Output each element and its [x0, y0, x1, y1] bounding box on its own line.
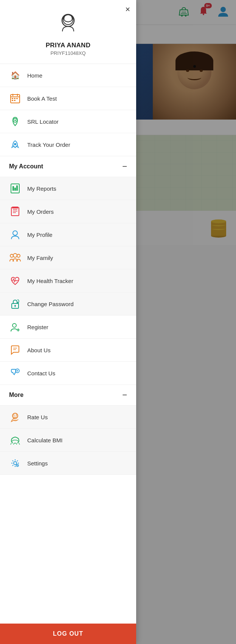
svg-point-79 — [16, 420, 17, 420]
my-account-section-header[interactable]: My Account − — [0, 156, 136, 177]
bmi-svg-icon — [10, 435, 20, 445]
svg-point-76 — [16, 415, 17, 416]
health-tracker-icon — [9, 275, 21, 287]
nav-health-tracker-label: My Health Tracker — [27, 278, 73, 284]
svg-rect-43 — [14, 98, 16, 99]
svg-point-74 — [12, 413, 18, 418]
nav-about-us-label: About Us — [27, 347, 51, 353]
nav-item-rate-us[interactable]: Rate Us — [0, 406, 136, 429]
more-section-header[interactable]: More − — [0, 385, 136, 406]
svg-point-64 — [14, 305, 16, 306]
svg-point-66 — [12, 324, 16, 327]
rocket-svg-icon — [10, 139, 20, 150]
family-svg-icon — [9, 252, 21, 263]
nav-rate-us-label: Rate Us — [27, 414, 48, 420]
svg-point-78 — [15, 420, 16, 420]
settings-svg-icon — [10, 458, 20, 468]
nav-item-my-family[interactable]: My Family — [0, 246, 136, 269]
svg-point-82 — [14, 462, 17, 465]
nav-list: 🏠 Home Book A Test — [0, 64, 136, 624]
nav-contact-us-label: Contact Us — [27, 370, 55, 376]
nav-track-order-label: Track Your Order — [27, 142, 70, 148]
nav-item-my-profile[interactable]: My Profile — [0, 223, 136, 246]
user-id: PRIYF11048XQ — [9, 50, 127, 56]
nav-item-contact-us[interactable]: Contact Us — [0, 362, 136, 385]
svg-point-75 — [14, 415, 15, 416]
track-icon — [9, 138, 21, 151]
orders-svg-icon — [10, 206, 20, 217]
svg-rect-54 — [11, 207, 19, 216]
more-label: More — [9, 392, 23, 398]
bmi-icon — [9, 434, 21, 446]
nav-item-about-us[interactable]: About Us — [0, 339, 136, 362]
nav-register-label: Register — [27, 324, 48, 330]
user-avatar-svg — [55, 11, 81, 37]
my-account-label: My Account — [9, 163, 43, 170]
nav-change-password-label: Change Password — [27, 301, 74, 307]
family-icon — [9, 252, 21, 264]
lock-svg-icon — [10, 299, 20, 309]
svg-rect-46 — [14, 100, 16, 101]
register-icon — [9, 321, 21, 333]
location-svg-icon — [10, 116, 20, 127]
phone-chat-svg-icon — [10, 368, 20, 378]
settings-icon — [9, 457, 21, 469]
svg-point-60 — [10, 254, 13, 257]
more-toggle: − — [122, 390, 127, 400]
svg-rect-45 — [12, 100, 13, 101]
reports-svg-icon — [10, 183, 20, 194]
heart-pulse-svg-icon — [10, 275, 20, 286]
svg-rect-44 — [16, 98, 18, 99]
nav-my-reports-label: My Reports — [27, 185, 56, 192]
profile-icon — [9, 229, 21, 241]
nav-my-orders-label: My Orders — [27, 208, 54, 215]
calendar-svg-icon — [10, 93, 20, 104]
profile-svg-icon — [10, 229, 20, 240]
svg-rect-42 — [12, 98, 13, 99]
my-account-toggle: − — [122, 162, 127, 171]
rate-svg-icon — [10, 412, 20, 422]
svg-rect-51 — [12, 186, 14, 191]
nav-item-book-test[interactable]: Book A Test — [0, 87, 136, 110]
svg-point-59 — [13, 231, 17, 235]
chat-svg-icon — [10, 345, 20, 355]
svg-point-48 — [14, 120, 16, 121]
nav-srl-locator-label: SRL Locator — [27, 118, 59, 125]
nav-item-change-password[interactable]: Change Password — [0, 292, 136, 316]
logout-button[interactable]: LOG OUT — [0, 624, 136, 644]
svg-point-62 — [17, 254, 20, 257]
about-icon — [9, 344, 21, 356]
nav-my-family-label: My Family — [27, 255, 53, 261]
nav-item-my-reports[interactable]: My Reports — [0, 177, 136, 200]
nav-item-srl-locator[interactable]: SRL Locator — [0, 110, 136, 133]
lock-icon — [9, 298, 21, 310]
close-button[interactable]: × — [125, 5, 130, 14]
nav-item-home[interactable]: 🏠 Home — [0, 64, 136, 87]
home-icon: 🏠 — [9, 69, 21, 81]
nav-item-register[interactable]: Register — [0, 316, 136, 339]
svg-line-80 — [11, 443, 11, 445]
nav-item-health-tracker[interactable]: My Health Tracker — [0, 269, 136, 292]
nav-item-settings[interactable]: Settings — [0, 452, 136, 475]
user-avatar — [55, 11, 81, 37]
nav-item-my-orders[interactable]: My Orders — [0, 200, 136, 223]
register-svg-icon — [10, 322, 20, 332]
reports-icon — [9, 182, 21, 194]
calendar-icon — [9, 92, 21, 104]
user-name: PRIYA ANAND — [9, 42, 127, 49]
nav-bmi-label: Calculate BMI — [27, 437, 62, 443]
svg-rect-58 — [12, 207, 18, 208]
svg-point-49 — [14, 143, 16, 145]
svg-point-77 — [14, 420, 14, 420]
locator-icon — [9, 115, 21, 128]
svg-rect-53 — [16, 185, 18, 191]
svg-point-61 — [13, 254, 17, 257]
nav-settings-label: Settings — [27, 460, 48, 467]
svg-line-81 — [19, 443, 20, 445]
nav-item-track-order[interactable]: Track Your Order — [0, 133, 136, 156]
rate-icon — [9, 411, 21, 423]
user-section: PRIYA ANAND PRIYF11048XQ — [0, 0, 136, 64]
nav-item-calculate-bmi[interactable]: Calculate BMI — [0, 429, 136, 452]
orders-icon — [9, 205, 21, 218]
side-drawer: × PRIYA ANAND PRIYF11048XQ 🏠 Home — [0, 0, 136, 644]
